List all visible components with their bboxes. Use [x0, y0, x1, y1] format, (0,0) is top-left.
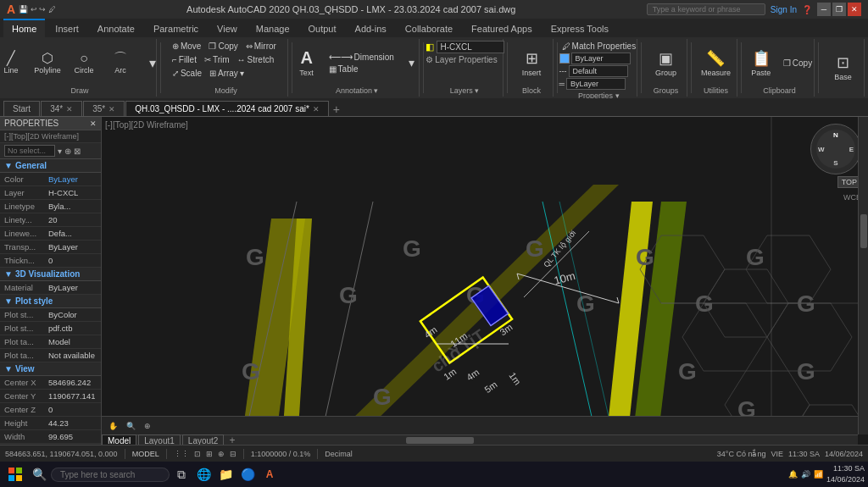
help-icon[interactable]: ❓: [802, 5, 812, 14]
tab-view[interactable]: View: [209, 19, 246, 37]
color-dropdown[interactable]: ByLayer: [571, 53, 631, 64]
stretch-button[interactable]: ↔ Stretch: [235, 54, 277, 65]
add-tab-button[interactable]: +: [330, 102, 343, 116]
draw-more-button[interactable]: ▾: [140, 53, 165, 73]
move-button[interactable]: ⊕ Move: [170, 41, 203, 52]
tab-home[interactable]: Home: [3, 19, 45, 37]
linetype-dropdown[interactable]: Default: [569, 65, 628, 77]
object-select-input[interactable]: [4, 145, 55, 157]
view-section[interactable]: ▼ View: [0, 362, 101, 376]
layout1-tab[interactable]: Layout1: [138, 434, 181, 445]
layout2-tab[interactable]: Layout2: [182, 434, 225, 445]
add-layout-button[interactable]: +: [225, 434, 238, 445]
taskbar-chrome[interactable]: 🔵: [237, 464, 258, 484]
snap-icon[interactable]: ⊡: [194, 450, 201, 458]
speaker-icon[interactable]: 🔊: [801, 470, 810, 479]
zoom-icon[interactable]: 🔍: [123, 420, 139, 432]
arc-button[interactable]: ⌒ Arc: [103, 50, 137, 76]
ortho-icon[interactable]: ⊞: [206, 450, 213, 458]
tab-collaborate[interactable]: Collaborate: [397, 19, 461, 37]
insert-button[interactable]: ⊞ Insert: [515, 47, 548, 79]
scale-button[interactable]: ⤢ Scale: [170, 68, 204, 79]
ribbon-group-block: ⊞ Insert Block: [511, 39, 554, 97]
select-dropdown-icon[interactable]: ▾: [58, 147, 62, 156]
lineweight-dropdown[interactable]: ByLayer: [566, 78, 626, 90]
group-button[interactable]: ▣ Group: [649, 47, 683, 79]
match-properties-button[interactable]: 🖊 Match Properties: [559, 41, 639, 52]
viz3d-section[interactable]: ▼ 3D Visualization: [0, 268, 101, 281]
tab-parametric[interactable]: Parametric: [145, 19, 207, 37]
system-clock[interactable]: 11:30 SA 14/06/2024: [826, 463, 865, 484]
doc-tab-2[interactable]: 35* ✕: [83, 101, 125, 116]
tab-annotate[interactable]: Annotate: [89, 19, 143, 37]
tab-manage[interactable]: Manage: [248, 19, 298, 37]
circle-button[interactable]: ○ Circle: [67, 50, 101, 76]
pan-icon[interactable]: ✋: [105, 420, 121, 432]
hscroll-thumb[interactable]: [406, 437, 474, 444]
minimize-button[interactable]: ─: [817, 3, 831, 16]
doc-tab-start[interactable]: Start: [3, 101, 40, 116]
general-section[interactable]: ▼ General: [0, 159, 101, 173]
polyline-button[interactable]: ⬡ Polyline: [31, 50, 64, 76]
svg-text:5m: 5m: [482, 379, 498, 396]
doc-tab-main[interactable]: QH.03_QHSDD - LMX - ....2024 cad 2007 sa…: [125, 101, 329, 116]
taskbar-explorer[interactable]: 📁: [215, 464, 236, 484]
taskbar-edge[interactable]: 🌐: [193, 464, 214, 484]
language-display: VIE: [771, 450, 783, 458]
fillet-button[interactable]: ⌐ Fillet: [170, 54, 199, 65]
close-tab-2[interactable]: ✕: [108, 105, 115, 113]
model-tab[interactable]: Model: [102, 434, 136, 445]
ribbon-search-input[interactable]: [647, 3, 765, 15]
scale-display[interactable]: 1:1000000 / 0.1%: [251, 450, 311, 458]
polar-icon[interactable]: ⊕: [218, 450, 225, 458]
select-icon-2[interactable]: ⊠: [74, 147, 81, 156]
annotation-more-button[interactable]: ▾: [399, 54, 425, 71]
plotstyle-section[interactable]: ▼ Plot style: [0, 295, 101, 308]
tab-addins[interactable]: Add-ins: [347, 19, 395, 37]
draw-group-label: Draw: [71, 85, 89, 95]
model-indicator[interactable]: MODEL: [132, 450, 159, 458]
tab-output[interactable]: Output: [300, 19, 345, 37]
mirror-button[interactable]: ⇔ Mirror: [243, 41, 279, 52]
layer-props-icon[interactable]: ⚙ Layer Properties: [426, 55, 498, 64]
taskbar-search-input[interactable]: [51, 468, 170, 482]
sign-in-label[interactable]: Sign In: [771, 5, 797, 14]
vscroll-thumb[interactable]: [860, 214, 867, 248]
svg-text:G: G: [526, 235, 544, 262]
table-button[interactable]: ▦ Table: [326, 64, 397, 75]
vertical-scrollbar[interactable]: [858, 117, 868, 434]
taskbar-search-icon[interactable]: 🔍: [29, 464, 49, 484]
copy-button[interactable]: ❐ Copy: [206, 41, 240, 52]
taskbar-task-view[interactable]: ⧉: [171, 464, 192, 484]
restore-button[interactable]: ❐: [832, 3, 846, 16]
misc-section[interactable]: ▼ Misc: [0, 444, 101, 445]
osnap-icon[interactable]: ⊟: [230, 450, 236, 458]
measure-button[interactable]: 📏 Measure: [698, 47, 734, 79]
properties-close-icon[interactable]: ✕: [90, 119, 97, 128]
tab-insert[interactable]: Insert: [47, 19, 87, 37]
text-button[interactable]: A Text: [290, 47, 324, 79]
layer-dropdown[interactable]: H-CXCL: [437, 41, 504, 53]
network-icon[interactable]: 📶: [814, 470, 823, 479]
tab-express[interactable]: Express Tools: [542, 19, 617, 37]
close-button[interactable]: ✕: [848, 3, 861, 16]
grid-icon[interactable]: ⋮⋮: [174, 450, 189, 458]
doc-tab-1[interactable]: 34* ✕: [41, 101, 82, 116]
dimension-button[interactable]: ⟵⟶ Dimension: [326, 52, 397, 63]
copy-btn[interactable]: ❐ Copy: [781, 58, 815, 69]
start-button[interactable]: [3, 462, 27, 486]
tab-featured[interactable]: Featured Apps: [463, 19, 541, 37]
taskbar-autocad[interactable]: A: [259, 464, 280, 484]
select-icon-1[interactable]: ⊕: [64, 147, 71, 156]
close-tab-1[interactable]: ✕: [66, 105, 73, 113]
horizontal-scrollbar[interactable]: Model Layout1 Layout2 +: [102, 434, 858, 445]
nav-wheel-icon[interactable]: ⊕: [141, 420, 154, 432]
close-tab-main[interactable]: ✕: [313, 105, 320, 113]
line-button[interactable]: ╱ Line: [0, 50, 28, 76]
trim-button[interactable]: ✂ Trim: [202, 54, 232, 65]
paste-button[interactable]: 📋 Paste: [744, 47, 778, 79]
notification-icon[interactable]: 🔔: [788, 470, 798, 479]
cad-viewport[interactable]: [-][Top][2D Wireframe] G G G G: [102, 117, 868, 445]
base-button[interactable]: ⊡ Base: [826, 52, 860, 83]
array-button[interactable]: ⊞ Array▾: [207, 68, 247, 79]
